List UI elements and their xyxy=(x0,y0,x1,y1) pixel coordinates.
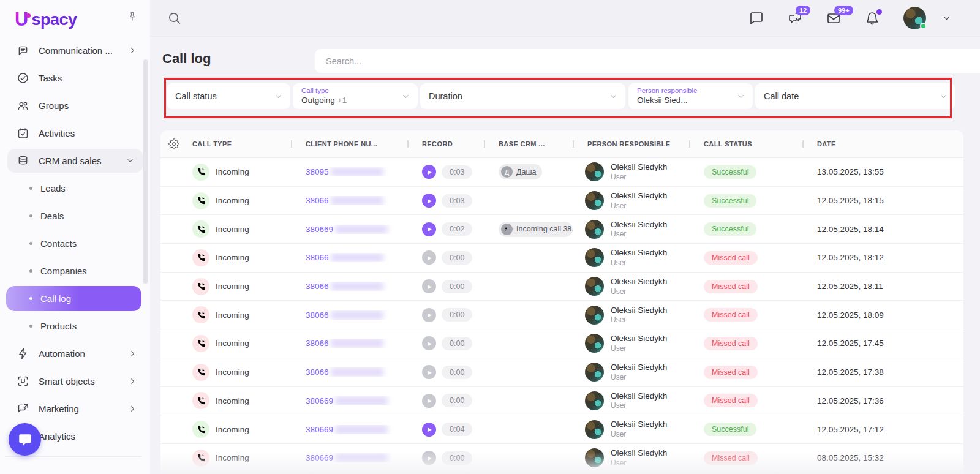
search-input[interactable] xyxy=(325,56,980,67)
chat-widget-button[interactable] xyxy=(9,423,41,456)
mail-icon[interactable]: 99+ xyxy=(826,11,841,26)
column-header-client-phone-nu[interactable]: CLIENT PHONE NU... xyxy=(291,140,407,148)
call-type-cell: Incoming xyxy=(187,164,291,181)
sidebar-item-tasks[interactable]: Tasks xyxy=(0,64,150,92)
marketing-icon xyxy=(16,402,29,416)
person-avatar[interactable] xyxy=(585,277,604,296)
notification-dot xyxy=(876,9,882,15)
sidebar-subitem-call-log[interactable]: Call log xyxy=(6,286,141,311)
bullet-icon xyxy=(29,269,32,273)
tasks-icon xyxy=(16,72,29,85)
sidebar-scrollbar[interactable] xyxy=(143,59,148,284)
call-status-cell: Missed call xyxy=(689,280,802,293)
sidebar-subitem-deals[interactable]: Deals xyxy=(0,202,150,230)
date-cell: 12.05.2025, 17:12 xyxy=(802,425,940,434)
redacted-blur xyxy=(335,425,388,434)
phone-number-link[interactable]: 38066 xyxy=(306,253,329,262)
crm-entity-chip[interactable]: Incoming call 38. xyxy=(499,222,573,237)
pin-sidebar-icon[interactable] xyxy=(127,11,138,22)
sidebar-item-marketing[interactable]: Marketing xyxy=(0,395,150,423)
sidebar-item-label: CRM and sales xyxy=(39,156,102,166)
person-avatar[interactable] xyxy=(585,420,604,439)
sidebar-item-activities[interactable]: Activities xyxy=(0,119,150,147)
sidebar-item-smart-objects[interactable]: Smart objects xyxy=(0,367,150,395)
column-header-person-responsible[interactable]: PERSON RESPONSIBLE xyxy=(573,140,689,148)
call-date: 13.05.2025, 13:55 xyxy=(817,167,884,176)
person-avatar[interactable] xyxy=(585,220,604,239)
sidebar-subitem-contacts[interactable]: Contacts xyxy=(0,230,150,257)
person-avatar[interactable] xyxy=(585,191,604,210)
sidebar-subitem-companies[interactable]: Companies xyxy=(0,257,150,285)
redacted-blur xyxy=(331,167,383,176)
chats-icon[interactable]: 12 xyxy=(788,11,802,26)
play-record-button[interactable]: ▶ xyxy=(422,336,436,350)
play-record-button[interactable]: ▶ xyxy=(422,250,436,265)
record-cell: ▶ 0:00 xyxy=(407,394,484,408)
column-header-call-type[interactable]: CALL TYPE xyxy=(187,140,291,148)
call-status-cell: Successful xyxy=(689,165,802,179)
record-cell: ▶ 0:00 xyxy=(407,308,484,322)
date-cell: 12.05.2025, 18:15 xyxy=(802,196,940,205)
table-settings-gear-icon[interactable] xyxy=(160,138,187,149)
record-cell: ▶ 0:00 xyxy=(407,451,484,465)
phone-number-link[interactable]: 38066 xyxy=(306,367,329,377)
phone-number-link[interactable]: 380669 xyxy=(306,225,333,234)
comments-icon[interactable] xyxy=(749,11,764,26)
column-header-record[interactable]: RECORD xyxy=(407,140,484,148)
filter-call-date[interactable]: Call date xyxy=(755,83,956,109)
play-record-button[interactable]: ▶ xyxy=(422,279,436,293)
filter-duration[interactable]: Duration xyxy=(420,83,625,109)
phone-number-link[interactable]: 38066 xyxy=(306,310,329,320)
incoming-call-icon xyxy=(192,421,209,438)
sidebar-item-crm-and-sales[interactable]: CRM and sales xyxy=(7,149,143,173)
sidebar-item-groups[interactable]: Groups xyxy=(0,92,150,119)
phone-number-link[interactable]: 38066 xyxy=(306,196,329,205)
play-record-button[interactable]: ▶ xyxy=(422,222,436,236)
person-avatar[interactable] xyxy=(585,448,604,467)
call-type-cell: Incoming xyxy=(187,306,291,323)
play-record-button[interactable]: ▶ xyxy=(422,365,436,379)
phone-number-link[interactable]: 38066 xyxy=(306,339,329,348)
sidebar-item-communication[interactable]: Communication ... xyxy=(0,37,150,64)
user-avatar[interactable] xyxy=(903,7,926,29)
person-responsible-cell: Oleksii Siedykh User xyxy=(573,362,689,382)
person-avatar[interactable] xyxy=(585,162,604,181)
filter-call-status[interactable]: Call status xyxy=(167,83,290,109)
call-type-cell: Incoming xyxy=(187,450,291,467)
global-search-icon[interactable] xyxy=(167,11,181,25)
column-header-base-crm[interactable]: BASE CRM ... xyxy=(484,140,573,148)
phone-number-link[interactable]: 380669 xyxy=(306,453,333,462)
person-avatar[interactable] xyxy=(585,306,604,325)
column-header-call-status[interactable]: CALL STATUS xyxy=(689,140,802,148)
sidebar-subitem-products[interactable]: Products xyxy=(0,312,150,340)
brand-logo[interactable]: Uspacy xyxy=(0,0,150,37)
phone-number-link[interactable]: 380669 xyxy=(306,396,333,405)
call-status-cell: Missed call xyxy=(689,366,802,379)
person-avatar[interactable] xyxy=(585,391,604,410)
bullet-icon xyxy=(29,297,32,300)
column-header-date[interactable]: DATE xyxy=(802,140,940,148)
play-record-button[interactable]: ▶ xyxy=(422,394,436,408)
table-row: Incoming 380669 ▶ 0:00 Oleksii Siedykh U… xyxy=(160,387,963,416)
phone-number-link[interactable]: 380669 xyxy=(306,425,333,434)
play-record-button[interactable]: ▶ xyxy=(422,194,436,208)
filter-person-responsible[interactable]: Person responsible Oleksii Sied... xyxy=(628,83,753,109)
person-avatar[interactable] xyxy=(585,248,604,267)
play-record-button[interactable]: ▶ xyxy=(422,423,436,437)
chevron-down-icon xyxy=(736,92,745,101)
play-record-button[interactable]: ▶ xyxy=(422,308,436,322)
crm-entity-chip[interactable]: Д Даша xyxy=(499,164,542,179)
filter-call-type[interactable]: Call type Outgoing+1 xyxy=(293,83,418,109)
entity-initial: Д xyxy=(501,166,513,178)
person-avatar[interactable] xyxy=(585,334,604,353)
play-record-button[interactable]: ▶ xyxy=(422,165,436,179)
play-record-button[interactable]: ▶ xyxy=(422,451,436,465)
account-chevron-down-icon[interactable] xyxy=(941,13,952,23)
incoming-call-icon xyxy=(192,164,209,181)
person-avatar[interactable] xyxy=(585,363,604,382)
sidebar-item-automation[interactable]: Automation xyxy=(0,340,150,367)
notifications-bell-icon[interactable] xyxy=(865,11,880,26)
phone-number-link[interactable]: 38095 xyxy=(306,167,329,176)
phone-number-link[interactable]: 38066 xyxy=(306,282,329,291)
sidebar-subitem-leads[interactable]: Leads xyxy=(0,175,150,202)
